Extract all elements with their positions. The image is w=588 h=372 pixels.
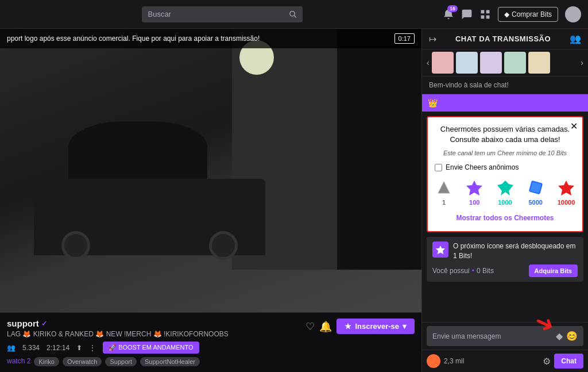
- search-icon: [289, 10, 297, 19]
- cheermotes-subtitle: Este canal tem um Cheer mínimo de 10 Bit…: [435, 149, 575, 156]
- svg-rect-5: [486, 15, 490, 18]
- ad-text: pport logo após esse anúncio comercial. …: [7, 34, 260, 43]
- cheermote-icon-1000: [496, 178, 514, 197]
- show-all-cheermotes-button[interactable]: Mostrar todos os Cheermotes: [435, 212, 575, 224]
- get-bits-button[interactable]: Adquira Bits: [529, 264, 578, 277]
- cheermote-label-10000: 10000: [558, 199, 575, 206]
- notifications-button[interactable]: 16: [443, 9, 454, 20]
- video-frame[interactable]: [0, 29, 421, 312]
- chat-viewers-count: 2,3 mil: [444, 357, 539, 365]
- stream-title-row: support ✓ LAG 🦊 KIRIKO & RANKED 🦊 NEW !M…: [7, 319, 415, 338]
- browse-button[interactable]: [479, 9, 491, 20]
- carousel-item-2[interactable]: [456, 52, 478, 74]
- nav-icons: 16 ◆ Comprar Bits: [443, 6, 581, 22]
- boost-button[interactable]: 🚀 BOOST EM ANDAMENTO: [103, 342, 199, 354]
- viewer-count: 5.334: [22, 344, 40, 352]
- search-bar[interactable]: [142, 6, 303, 22]
- buy-bits-label: Comprar Bits: [512, 10, 552, 18]
- chat-users-button[interactable]: 👥: [570, 33, 581, 44]
- chat-input-placeholder: Envie uma mensagem: [432, 332, 552, 340]
- chat-send-button[interactable]: Chat: [554, 354, 583, 369]
- top-navigation: 16 ◆ Comprar Bits: [0, 0, 588, 29]
- cheermote-label-1: 1: [442, 199, 446, 206]
- cheermote-100[interactable]: 100: [465, 178, 483, 206]
- cheermote-label-100: 100: [469, 199, 479, 206]
- chat-input-area: Envie uma mensagem ◆ 😊: [422, 322, 588, 350]
- svg-rect-4: [481, 15, 484, 18]
- car-roof: [68, 121, 207, 185]
- ad-timer: 0:17: [394, 33, 415, 44]
- anon-label: Envie Cheers anônimos: [446, 163, 519, 171]
- boost-label: 🚀 BOOST EM ANDAMENTO: [109, 344, 193, 351]
- svg-marker-8: [497, 181, 513, 195]
- cheermote-icon-100: [465, 178, 483, 197]
- more-options-icon[interactable]: ⋮: [89, 344, 96, 352]
- cheermote-icon-1: [435, 178, 453, 197]
- carousel-item-4[interactable]: [504, 52, 526, 74]
- ad-banner: pport logo após esse anúncio comercial. …: [0, 29, 421, 48]
- carousel-prev-button[interactable]: ‹: [427, 58, 430, 67]
- bits-input-icon[interactable]: ◆: [556, 331, 563, 342]
- star-icon: ★: [345, 322, 351, 331]
- chat-section: ↦ CHAT DA TRANSMISSÃO 👥 ‹ › Bem-vindo à …: [421, 29, 588, 372]
- cheermotes-title: Cheermotes possuem várias camadas. Consu…: [435, 124, 575, 145]
- emoji-icon[interactable]: 😊: [566, 331, 578, 342]
- svg-line-1: [294, 15, 296, 17]
- cheermote-label-5000: 5000: [529, 199, 543, 206]
- cheermote-icon-10000: [557, 178, 575, 197]
- tag-kiriko[interactable]: Kiriko: [34, 357, 59, 366]
- bits-dot: •: [472, 267, 474, 275]
- cheermote-10000[interactable]: 10000: [557, 178, 575, 206]
- svg-marker-11: [558, 181, 574, 195]
- chat-input-box[interactable]: Envie uma mensagem ◆ 😊: [427, 326, 583, 346]
- video-section: pport logo após esse anúncio comercial. …: [0, 29, 421, 372]
- stream-description: LAG 🦊 KIRIKO & RANKED 🦊 NEW !MERCH 🦊 !KI…: [7, 330, 229, 338]
- crown-icon: 👑: [428, 98, 438, 108]
- cheermotes-row: 1 100: [435, 178, 575, 206]
- subscribe-button[interactable]: ★ Inscrever-se ▾: [336, 319, 415, 334]
- reward-carousel: ‹ ›: [422, 49, 588, 76]
- messages-button[interactable]: [461, 9, 473, 20]
- chat-settings-button[interactable]: ⚙: [543, 356, 551, 367]
- cheermote-5000[interactable]: 5000: [527, 178, 545, 206]
- stream-uptime: 2:12:14: [47, 344, 69, 352]
- chat-collapse-button[interactable]: ↦: [429, 33, 436, 44]
- chat-header: ↦ CHAT DA TRANSMISSÃO 👥: [422, 29, 588, 49]
- chatter-avatar: [427, 354, 440, 368]
- watch-parties-link[interactable]: watch 2: [7, 357, 30, 366]
- diamond-icon: ◆: [504, 10, 509, 18]
- notify-button[interactable]: 🔔: [319, 320, 332, 333]
- anon-checkbox[interactable]: Envie Cheers anônimos: [435, 163, 575, 171]
- carousel-item-5[interactable]: [528, 52, 550, 74]
- tag-support[interactable]: Support: [105, 357, 137, 366]
- bits-balance-row: Você possui • 0 Bits Adquira Bits: [432, 264, 578, 277]
- tag-overwatch[interactable]: Overwatch: [63, 357, 102, 366]
- cheermote-1000[interactable]: 1000: [496, 178, 514, 206]
- svg-rect-2: [481, 10, 484, 13]
- chat-bottom: 2,3 mil ⚙ Chat: [422, 350, 588, 372]
- popup-close-button[interactable]: ✕: [570, 121, 578, 132]
- notification-badge: 16: [447, 5, 458, 12]
- carousel-item-3[interactable]: [480, 52, 502, 74]
- user-avatar[interactable]: [565, 6, 581, 22]
- chevron-down-icon: ▾: [403, 322, 407, 331]
- bits-unlock-text: O próximo ícone será desbloqueado em 1 B…: [453, 241, 578, 261]
- favorite-button[interactable]: ♡: [305, 320, 315, 333]
- buy-bits-button[interactable]: ◆ Comprar Bits: [498, 7, 558, 22]
- cheermote-1[interactable]: 1: [435, 178, 453, 206]
- chat-title: CHAT DA TRANSMISSÃO: [441, 34, 565, 43]
- wall-dark-element: [337, 29, 421, 270]
- carousel-item-1[interactable]: [432, 52, 454, 74]
- svg-marker-7: [466, 181, 482, 195]
- tag-supportnothealer[interactable]: SupportNotHealer: [140, 357, 200, 366]
- verified-badge: ✓: [41, 320, 47, 328]
- chat-welcome: Bem-vindo à sala de chat!: [422, 76, 588, 94]
- search-input[interactable]: [148, 10, 284, 18]
- bits-icon: [432, 241, 448, 258]
- anon-checkbox-input[interactable]: [435, 164, 442, 171]
- subscribe-label: Inscrever-se: [355, 322, 399, 331]
- stream-actions: ♡ 🔔 ★ Inscrever-se ▾: [305, 319, 415, 334]
- upload-icon: ⬆: [76, 344, 82, 352]
- svg-rect-3: [486, 10, 490, 13]
- carousel-next-button[interactable]: ›: [581, 58, 583, 67]
